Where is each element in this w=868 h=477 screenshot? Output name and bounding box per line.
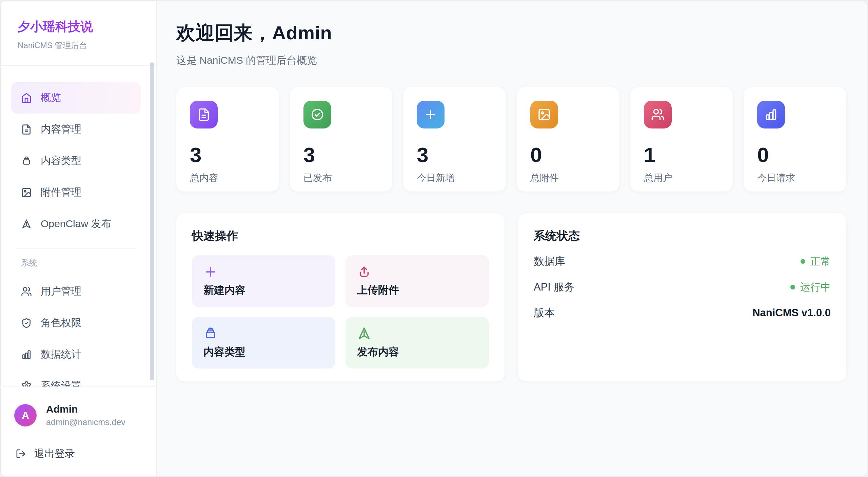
sidebar-item-label: 内容管理 xyxy=(41,122,81,136)
stat-card-file-text: 3 总内容 xyxy=(176,87,279,192)
sidebar-item-image[interactable]: 附件管理 xyxy=(11,177,141,208)
stat-label: 已发布 xyxy=(303,172,379,184)
image-icon xyxy=(537,108,551,121)
status-dot-icon xyxy=(790,285,795,290)
quick-action-label: 内容类型 xyxy=(203,345,245,359)
status-row: 数据库 正常 xyxy=(534,249,831,274)
sidebar-item-archive[interactable]: 内容类型 xyxy=(11,145,141,177)
stat-value: 3 xyxy=(417,143,492,167)
nav-system-group: 用户管理 角色权限 数据统计 系统设置 xyxy=(11,276,141,386)
sidebar-item-label: 概览 xyxy=(41,91,61,105)
status-value: 运行中 xyxy=(790,280,831,294)
logout-label: 退出登录 xyxy=(34,447,75,461)
sidebar-item-send[interactable]: OpenClaw 发布 xyxy=(11,208,141,240)
status-label: 版本 xyxy=(534,306,555,320)
quick-action-label: 发布内容 xyxy=(357,345,399,359)
nav-divider xyxy=(16,249,136,249)
plus-icon xyxy=(203,265,218,279)
quick-actions-grid: 新建内容 上传附件 内容类型 发布内容 xyxy=(192,255,489,369)
user-email: admin@nanicms.dev xyxy=(46,417,125,427)
settings-icon xyxy=(21,381,32,387)
file-text-icon xyxy=(197,108,211,121)
stat-value: 0 xyxy=(530,143,606,167)
status-row: 版本 NaniCMS v1.0.0 xyxy=(534,300,831,326)
brand-subtitle: NaniCMS 管理后台 xyxy=(18,40,139,51)
user-name: Admin xyxy=(46,403,125,415)
sidebar-item-users[interactable]: 用户管理 xyxy=(11,276,141,307)
sidebar-scrollbar-thumb[interactable] xyxy=(150,62,154,380)
quick-action-plus[interactable]: 新建内容 xyxy=(192,255,335,307)
stat-card-check-circle: 3 已发布 xyxy=(290,87,393,192)
send-icon xyxy=(357,326,371,341)
sidebar-item-label: 数据统计 xyxy=(41,347,81,361)
sidebar-item-label: 内容类型 xyxy=(41,154,81,168)
app-window: 夕小瑶科技说 NaniCMS 管理后台 概览 内容管理 内容类型 附件管理 Op… xyxy=(0,0,868,477)
status-text: 运行中 xyxy=(800,280,831,294)
quick-action-label: 新建内容 xyxy=(203,283,245,297)
sidebar-nav: 概览 内容管理 内容类型 附件管理 OpenClaw 发布 系统 用户管理 角色… xyxy=(1,66,156,386)
quick-action-upload[interactable]: 上传附件 xyxy=(346,255,489,307)
user-info: A Admin admin@nanicms.dev xyxy=(14,403,142,427)
user-panel: A Admin admin@nanicms.dev 退出登录 xyxy=(1,386,156,476)
stat-card-users: 1 总用户 xyxy=(630,87,733,192)
stat-icon-badge xyxy=(757,101,785,128)
stat-card-image: 0 总附件 xyxy=(517,87,619,192)
sidebar-item-shield-check[interactable]: 角色权限 xyxy=(11,307,141,339)
stat-card-plus: 3 今日新增 xyxy=(403,87,506,192)
system-status-rows: 数据库 正常 API 服务 运行中 版本 NaniCMS v1.0.0 xyxy=(534,249,831,326)
users-icon xyxy=(651,108,665,121)
stat-icon-badge xyxy=(644,101,672,128)
page-subtitle: 这是 NaniCMS 的管理后台概览 xyxy=(176,54,846,67)
sidebar-item-label: OpenClaw 发布 xyxy=(41,217,111,231)
stat-value: 3 xyxy=(303,143,379,167)
quick-action-archive[interactable]: 内容类型 xyxy=(192,317,335,369)
stat-icon-badge xyxy=(303,101,331,128)
sidebar: 夕小瑶科技说 NaniCMS 管理后台 概览 内容管理 内容类型 附件管理 Op… xyxy=(1,1,157,476)
system-status-panel: 系统状态 数据库 正常 API 服务 运行中 版本 NaniCMS v1.0.0 xyxy=(518,213,846,381)
stat-label: 今日新增 xyxy=(417,172,492,184)
home-icon xyxy=(21,93,32,103)
status-row: API 服务 运行中 xyxy=(534,274,831,300)
stat-label: 总附件 xyxy=(530,172,606,184)
page-title: 欢迎回来，Admin xyxy=(176,20,846,46)
bar-chart-icon xyxy=(764,108,778,121)
nav-main-group: 概览 内容管理 内容类型 附件管理 OpenClaw 发布 xyxy=(11,82,141,240)
bar-chart-icon xyxy=(21,349,32,360)
status-value: 正常 xyxy=(801,255,831,269)
sidebar-item-settings[interactable]: 系统设置 xyxy=(11,370,141,386)
brand: 夕小瑶科技说 NaniCMS 管理后台 xyxy=(1,1,156,66)
system-status-title: 系统状态 xyxy=(534,228,831,244)
stat-icon-badge xyxy=(417,101,445,128)
quick-action-send[interactable]: 发布内容 xyxy=(346,317,489,369)
quick-actions-title: 快速操作 xyxy=(192,228,489,244)
stats-row: 3 总内容 3 已发布 3 今日新增 0 总附件 1 总用户 0 今日请求 xyxy=(176,87,846,192)
user-text: Admin admin@nanicms.dev xyxy=(46,403,125,427)
archive-icon xyxy=(203,326,218,341)
stat-value: 1 xyxy=(644,143,719,167)
archive-icon xyxy=(21,156,32,166)
status-text: 正常 xyxy=(810,255,831,269)
quick-action-label: 上传附件 xyxy=(357,283,399,297)
main-content: 欢迎回来，Admin 这是 NaniCMS 的管理后台概览 3 总内容 3 已发… xyxy=(157,1,867,476)
stat-icon-badge xyxy=(530,101,558,128)
version-value: NaniCMS v1.0.0 xyxy=(752,307,831,319)
brand-title: 夕小瑶科技说 xyxy=(18,18,139,35)
logout-button[interactable]: 退出登录 xyxy=(14,447,142,461)
welcome-header: 欢迎回来，Admin 这是 NaniCMS 的管理后台概览 xyxy=(176,20,846,67)
sidebar-item-label: 用户管理 xyxy=(41,284,81,298)
stat-label: 总用户 xyxy=(644,172,719,184)
stat-label: 今日请求 xyxy=(757,172,833,184)
sidebar-item-home[interactable]: 概览 xyxy=(11,82,141,114)
image-icon xyxy=(21,187,32,198)
sidebar-item-bar-chart[interactable]: 数据统计 xyxy=(11,339,141,370)
status-label: 数据库 xyxy=(534,254,565,269)
stat-value: 3 xyxy=(190,143,265,167)
sidebar-item-file-text[interactable]: 内容管理 xyxy=(11,114,141,145)
logout-icon xyxy=(16,449,26,459)
sidebar-item-label: 角色权限 xyxy=(41,316,81,330)
nav-section-label: 系统 xyxy=(11,257,141,268)
stat-value: 0 xyxy=(757,143,833,167)
file-text-icon xyxy=(21,124,32,135)
sidebar-item-label: 系统设置 xyxy=(41,379,81,386)
plus-icon xyxy=(424,108,437,121)
